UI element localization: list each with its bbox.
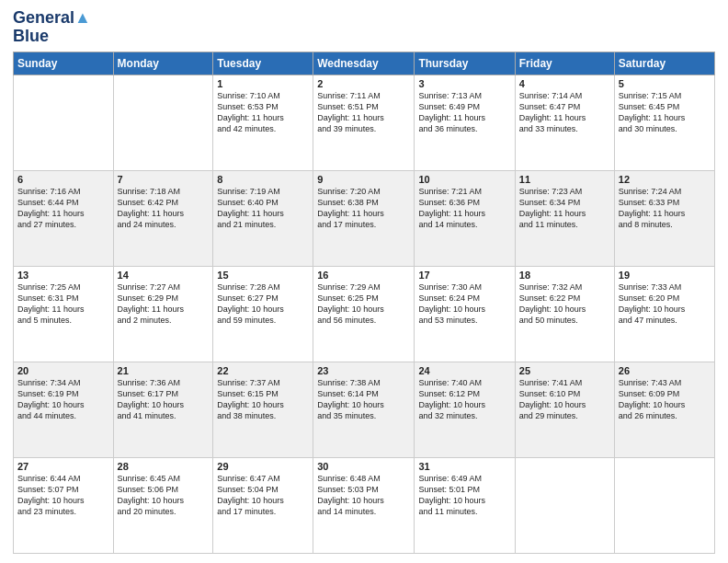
day-number: 7 — [118, 174, 210, 185]
week-row: 1Sunrise: 7:10 AM Sunset: 6:53 PM Daylig… — [14, 75, 715, 170]
day-number: 13 — [17, 270, 109, 281]
cell-info: Sunrise: 6:45 AM Sunset: 5:06 PM Dayligh… — [118, 473, 210, 518]
cell-info: Sunrise: 7:41 AM Sunset: 6:10 PM Dayligh… — [519, 377, 610, 422]
day-number: 14 — [118, 270, 210, 281]
day-number: 17 — [418, 270, 510, 281]
calendar-cell: 26Sunrise: 7:43 AM Sunset: 6:09 PM Dayli… — [614, 362, 714, 457]
cell-info: Sunrise: 7:25 AM Sunset: 6:31 PM Dayligh… — [17, 282, 109, 327]
calendar-table: SundayMondayTuesdayWednesdayThursdayFrid… — [13, 52, 715, 554]
header: General▲Blue — [13, 9, 715, 46]
logo: General▲Blue — [13, 9, 91, 46]
cell-info: Sunrise: 7:21 AM Sunset: 6:36 PM Dayligh… — [418, 186, 510, 231]
calendar-cell: 13Sunrise: 7:25 AM Sunset: 6:31 PM Dayli… — [14, 266, 114, 362]
calendar-cell: 24Sunrise: 7:40 AM Sunset: 6:12 PM Dayli… — [415, 362, 515, 457]
page: General▲Blue SundayMondayTuesdayWednesda… — [0, 0, 728, 563]
day-number: 6 — [17, 174, 109, 185]
week-row: 6Sunrise: 7:16 AM Sunset: 6:44 PM Daylig… — [14, 170, 715, 266]
day-number: 21 — [118, 365, 210, 376]
day-number: 16 — [317, 270, 410, 281]
cell-info: Sunrise: 7:24 AM Sunset: 6:33 PM Dayligh… — [619, 186, 711, 231]
cell-info: Sunrise: 7:34 AM Sunset: 6:19 PM Dayligh… — [17, 377, 109, 422]
cell-info: Sunrise: 7:32 AM Sunset: 6:22 PM Dayligh… — [519, 282, 610, 327]
cell-info: Sunrise: 7:10 AM Sunset: 6:53 PM Dayligh… — [217, 90, 309, 135]
calendar-cell: 23Sunrise: 7:38 AM Sunset: 6:14 PM Dayli… — [313, 362, 415, 457]
calendar-cell: 2Sunrise: 7:11 AM Sunset: 6:51 PM Daylig… — [313, 75, 415, 170]
calendar-cell: 20Sunrise: 7:34 AM Sunset: 6:19 PM Dayli… — [14, 362, 114, 457]
cell-info: Sunrise: 7:33 AM Sunset: 6:20 PM Dayligh… — [619, 282, 711, 327]
day-number: 19 — [619, 270, 711, 281]
cell-info: Sunrise: 7:15 AM Sunset: 6:45 PM Dayligh… — [619, 90, 711, 135]
calendar-cell: 25Sunrise: 7:41 AM Sunset: 6:10 PM Dayli… — [515, 362, 614, 457]
day-number: 12 — [619, 174, 711, 185]
logo-text: General▲Blue — [13, 9, 91, 46]
calendar-cell: 14Sunrise: 7:27 AM Sunset: 6:29 PM Dayli… — [113, 266, 213, 362]
col-header-friday: Friday — [515, 52, 614, 75]
cell-info: Sunrise: 7:40 AM Sunset: 6:12 PM Dayligh… — [418, 377, 510, 422]
calendar-cell: 28Sunrise: 6:45 AM Sunset: 5:06 PM Dayli… — [113, 457, 213, 553]
calendar-cell: 19Sunrise: 7:33 AM Sunset: 6:20 PM Dayli… — [614, 266, 714, 362]
day-number: 18 — [519, 270, 610, 281]
cell-info: Sunrise: 6:49 AM Sunset: 5:01 PM Dayligh… — [418, 473, 510, 518]
col-header-tuesday: Tuesday — [213, 52, 313, 75]
calendar-cell — [14, 75, 114, 170]
day-number: 27 — [17, 461, 109, 472]
week-row: 27Sunrise: 6:44 AM Sunset: 5:07 PM Dayli… — [14, 457, 715, 553]
cell-info: Sunrise: 7:16 AM Sunset: 6:44 PM Dayligh… — [17, 186, 109, 231]
calendar-cell: 21Sunrise: 7:36 AM Sunset: 6:17 PM Dayli… — [113, 362, 213, 457]
calendar-cell: 5Sunrise: 7:15 AM Sunset: 6:45 PM Daylig… — [614, 75, 714, 170]
calendar-cell: 10Sunrise: 7:21 AM Sunset: 6:36 PM Dayli… — [415, 170, 515, 266]
cell-info: Sunrise: 7:20 AM Sunset: 6:38 PM Dayligh… — [317, 186, 410, 231]
calendar-cell: 22Sunrise: 7:37 AM Sunset: 6:15 PM Dayli… — [213, 362, 313, 457]
calendar-cell: 27Sunrise: 6:44 AM Sunset: 5:07 PM Dayli… — [14, 457, 114, 553]
cell-info: Sunrise: 7:28 AM Sunset: 6:27 PM Dayligh… — [217, 282, 309, 327]
day-number: 20 — [17, 365, 109, 376]
calendar-cell: 29Sunrise: 6:47 AM Sunset: 5:04 PM Dayli… — [213, 457, 313, 553]
calendar-cell: 8Sunrise: 7:19 AM Sunset: 6:40 PM Daylig… — [213, 170, 313, 266]
day-number: 8 — [217, 174, 309, 185]
logo-blue: ▲ — [74, 8, 91, 27]
day-number: 11 — [519, 174, 610, 185]
day-number: 30 — [317, 461, 410, 472]
cell-info: Sunrise: 7:37 AM Sunset: 6:15 PM Dayligh… — [217, 377, 309, 422]
cell-info: Sunrise: 7:23 AM Sunset: 6:34 PM Dayligh… — [519, 186, 610, 231]
col-header-saturday: Saturday — [614, 52, 714, 75]
cell-info: Sunrise: 7:19 AM Sunset: 6:40 PM Dayligh… — [217, 186, 309, 231]
calendar-cell — [515, 457, 614, 553]
day-number: 24 — [418, 365, 510, 376]
calendar-cell: 1Sunrise: 7:10 AM Sunset: 6:53 PM Daylig… — [213, 75, 313, 170]
day-number: 25 — [519, 365, 610, 376]
col-header-monday: Monday — [113, 52, 213, 75]
calendar-cell — [113, 75, 213, 170]
calendar-cell: 31Sunrise: 6:49 AM Sunset: 5:01 PM Dayli… — [415, 457, 515, 553]
cell-info: Sunrise: 6:48 AM Sunset: 5:03 PM Dayligh… — [317, 473, 410, 518]
calendar-cell: 11Sunrise: 7:23 AM Sunset: 6:34 PM Dayli… — [515, 170, 614, 266]
day-number: 22 — [217, 365, 309, 376]
cell-info: Sunrise: 7:14 AM Sunset: 6:47 PM Dayligh… — [519, 90, 610, 135]
day-number: 5 — [619, 78, 711, 89]
cell-info: Sunrise: 7:11 AM Sunset: 6:51 PM Dayligh… — [317, 90, 410, 135]
cell-info: Sunrise: 6:47 AM Sunset: 5:04 PM Dayligh… — [217, 473, 309, 518]
day-number: 10 — [418, 174, 510, 185]
week-row: 20Sunrise: 7:34 AM Sunset: 6:19 PM Dayli… — [14, 362, 715, 457]
calendar-cell: 16Sunrise: 7:29 AM Sunset: 6:25 PM Dayli… — [313, 266, 415, 362]
calendar-cell: 6Sunrise: 7:16 AM Sunset: 6:44 PM Daylig… — [14, 170, 114, 266]
cell-info: Sunrise: 7:18 AM Sunset: 6:42 PM Dayligh… — [118, 186, 210, 231]
day-number: 31 — [418, 461, 510, 472]
cell-info: Sunrise: 7:38 AM Sunset: 6:14 PM Dayligh… — [317, 377, 410, 422]
cell-info: Sunrise: 7:43 AM Sunset: 6:09 PM Dayligh… — [619, 377, 711, 422]
calendar-cell: 30Sunrise: 6:48 AM Sunset: 5:03 PM Dayli… — [313, 457, 415, 553]
day-number: 28 — [118, 461, 210, 472]
header-row: SundayMondayTuesdayWednesdayThursdayFrid… — [14, 52, 715, 75]
col-header-thursday: Thursday — [415, 52, 515, 75]
calendar-cell: 4Sunrise: 7:14 AM Sunset: 6:47 PM Daylig… — [515, 75, 614, 170]
day-number: 9 — [317, 174, 410, 185]
calendar-cell: 17Sunrise: 7:30 AM Sunset: 6:24 PM Dayli… — [415, 266, 515, 362]
calendar-cell: 18Sunrise: 7:32 AM Sunset: 6:22 PM Dayli… — [515, 266, 614, 362]
day-number: 2 — [317, 78, 410, 89]
day-number: 3 — [418, 78, 510, 89]
calendar-cell: 7Sunrise: 7:18 AM Sunset: 6:42 PM Daylig… — [113, 170, 213, 266]
day-number: 29 — [217, 461, 309, 472]
cell-info: Sunrise: 7:30 AM Sunset: 6:24 PM Dayligh… — [418, 282, 510, 327]
col-header-sunday: Sunday — [14, 52, 114, 75]
day-number: 26 — [619, 365, 711, 376]
